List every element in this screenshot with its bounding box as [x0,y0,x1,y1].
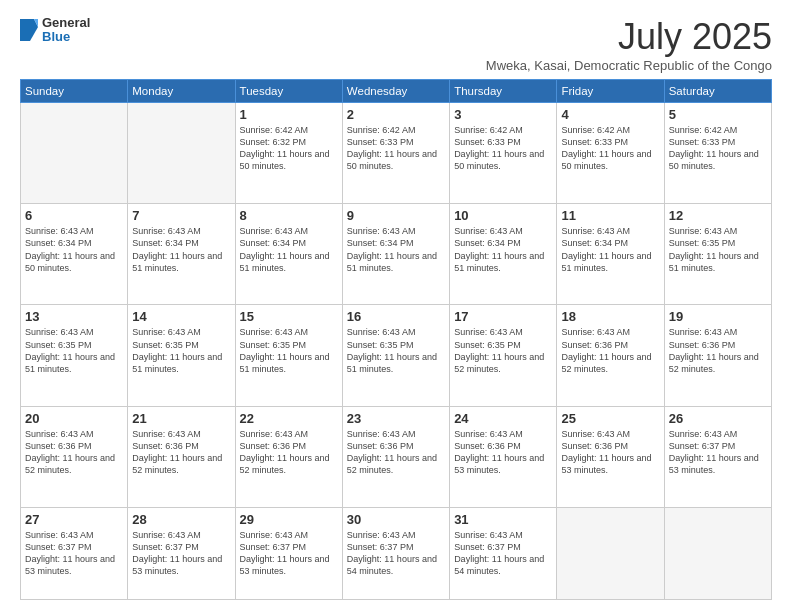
calendar-cell: 12Sunrise: 6:43 AMSunset: 6:35 PMDayligh… [664,204,771,305]
cell-details: Sunrise: 6:43 AMSunset: 6:34 PMDaylight:… [240,225,338,274]
calendar-cell [664,507,771,599]
calendar-cell: 9Sunrise: 6:43 AMSunset: 6:34 PMDaylight… [342,204,449,305]
cell-details: Sunrise: 6:42 AMSunset: 6:33 PMDaylight:… [561,124,659,173]
title-block: July 2025 Mweka, Kasai, Democratic Repub… [486,16,772,73]
cell-details: Sunrise: 6:43 AMSunset: 6:37 PMDaylight:… [347,529,445,578]
header: General Blue July 2025 Mweka, Kasai, Dem… [20,16,772,73]
day-number: 29 [240,512,338,527]
cell-details: Sunrise: 6:43 AMSunset: 6:37 PMDaylight:… [669,428,767,477]
calendar-cell: 11Sunrise: 6:43 AMSunset: 6:34 PMDayligh… [557,204,664,305]
day-number: 16 [347,309,445,324]
logo-text: General Blue [42,16,90,45]
calendar-cell: 19Sunrise: 6:43 AMSunset: 6:36 PMDayligh… [664,305,771,406]
day-number: 2 [347,107,445,122]
day-number: 12 [669,208,767,223]
day-number: 17 [454,309,552,324]
svg-marker-0 [20,19,38,41]
logo-general-text: General [42,16,90,30]
cell-details: Sunrise: 6:43 AMSunset: 6:36 PMDaylight:… [561,428,659,477]
day-number: 21 [132,411,230,426]
day-number: 30 [347,512,445,527]
day-number: 28 [132,512,230,527]
cell-details: Sunrise: 6:43 AMSunset: 6:34 PMDaylight:… [454,225,552,274]
calendar-cell: 4Sunrise: 6:42 AMSunset: 6:33 PMDaylight… [557,103,664,204]
weekday-header-wednesday: Wednesday [342,80,449,103]
day-number: 26 [669,411,767,426]
cell-details: Sunrise: 6:42 AMSunset: 6:33 PMDaylight:… [347,124,445,173]
weekday-header-thursday: Thursday [450,80,557,103]
day-number: 11 [561,208,659,223]
calendar-cell: 10Sunrise: 6:43 AMSunset: 6:34 PMDayligh… [450,204,557,305]
cell-details: Sunrise: 6:43 AMSunset: 6:35 PMDaylight:… [347,326,445,375]
calendar-cell: 5Sunrise: 6:42 AMSunset: 6:33 PMDaylight… [664,103,771,204]
cell-details: Sunrise: 6:43 AMSunset: 6:36 PMDaylight:… [25,428,123,477]
calendar-cell: 31Sunrise: 6:43 AMSunset: 6:37 PMDayligh… [450,507,557,599]
day-number: 15 [240,309,338,324]
weekday-header-friday: Friday [557,80,664,103]
weekday-header-tuesday: Tuesday [235,80,342,103]
page: General Blue July 2025 Mweka, Kasai, Dem… [0,0,792,612]
calendar-cell: 3Sunrise: 6:42 AMSunset: 6:33 PMDaylight… [450,103,557,204]
cell-details: Sunrise: 6:43 AMSunset: 6:34 PMDaylight:… [25,225,123,274]
day-number: 13 [25,309,123,324]
calendar-cell: 30Sunrise: 6:43 AMSunset: 6:37 PMDayligh… [342,507,449,599]
cell-details: Sunrise: 6:43 AMSunset: 6:36 PMDaylight:… [561,326,659,375]
cell-details: Sunrise: 6:43 AMSunset: 6:35 PMDaylight:… [669,225,767,274]
cell-details: Sunrise: 6:43 AMSunset: 6:36 PMDaylight:… [132,428,230,477]
day-number: 22 [240,411,338,426]
calendar-table: SundayMondayTuesdayWednesdayThursdayFrid… [20,79,772,600]
day-number: 6 [25,208,123,223]
calendar-cell: 23Sunrise: 6:43 AMSunset: 6:36 PMDayligh… [342,406,449,507]
calendar-cell: 28Sunrise: 6:43 AMSunset: 6:37 PMDayligh… [128,507,235,599]
calendar-cell: 2Sunrise: 6:42 AMSunset: 6:33 PMDaylight… [342,103,449,204]
calendar-cell: 16Sunrise: 6:43 AMSunset: 6:35 PMDayligh… [342,305,449,406]
weekday-header-saturday: Saturday [664,80,771,103]
calendar-cell: 26Sunrise: 6:43 AMSunset: 6:37 PMDayligh… [664,406,771,507]
calendar-cell: 25Sunrise: 6:43 AMSunset: 6:36 PMDayligh… [557,406,664,507]
calendar-cell [128,103,235,204]
day-number: 20 [25,411,123,426]
weekday-header-sunday: Sunday [21,80,128,103]
calendar-cell: 14Sunrise: 6:43 AMSunset: 6:35 PMDayligh… [128,305,235,406]
day-number: 14 [132,309,230,324]
day-number: 9 [347,208,445,223]
cell-details: Sunrise: 6:43 AMSunset: 6:34 PMDaylight:… [132,225,230,274]
calendar-cell: 15Sunrise: 6:43 AMSunset: 6:35 PMDayligh… [235,305,342,406]
cell-details: Sunrise: 6:42 AMSunset: 6:32 PMDaylight:… [240,124,338,173]
week-row-3: 20Sunrise: 6:43 AMSunset: 6:36 PMDayligh… [21,406,772,507]
calendar-cell: 8Sunrise: 6:43 AMSunset: 6:34 PMDaylight… [235,204,342,305]
calendar-cell: 13Sunrise: 6:43 AMSunset: 6:35 PMDayligh… [21,305,128,406]
cell-details: Sunrise: 6:43 AMSunset: 6:37 PMDaylight:… [240,529,338,578]
cell-details: Sunrise: 6:42 AMSunset: 6:33 PMDaylight:… [669,124,767,173]
calendar-cell: 7Sunrise: 6:43 AMSunset: 6:34 PMDaylight… [128,204,235,305]
cell-details: Sunrise: 6:43 AMSunset: 6:35 PMDaylight:… [454,326,552,375]
cell-details: Sunrise: 6:43 AMSunset: 6:37 PMDaylight:… [132,529,230,578]
cell-details: Sunrise: 6:43 AMSunset: 6:35 PMDaylight:… [240,326,338,375]
cell-details: Sunrise: 6:43 AMSunset: 6:34 PMDaylight:… [347,225,445,274]
day-number: 5 [669,107,767,122]
day-number: 25 [561,411,659,426]
cell-details: Sunrise: 6:43 AMSunset: 6:36 PMDaylight:… [669,326,767,375]
weekday-header-row: SundayMondayTuesdayWednesdayThursdayFrid… [21,80,772,103]
calendar-cell: 24Sunrise: 6:43 AMSunset: 6:36 PMDayligh… [450,406,557,507]
calendar-cell: 29Sunrise: 6:43 AMSunset: 6:37 PMDayligh… [235,507,342,599]
cell-details: Sunrise: 6:43 AMSunset: 6:36 PMDaylight:… [454,428,552,477]
cell-details: Sunrise: 6:43 AMSunset: 6:35 PMDaylight:… [132,326,230,375]
calendar-cell: 17Sunrise: 6:43 AMSunset: 6:35 PMDayligh… [450,305,557,406]
weekday-header-monday: Monday [128,80,235,103]
cell-details: Sunrise: 6:42 AMSunset: 6:33 PMDaylight:… [454,124,552,173]
day-number: 8 [240,208,338,223]
cell-details: Sunrise: 6:43 AMSunset: 6:37 PMDaylight:… [454,529,552,578]
day-number: 3 [454,107,552,122]
day-number: 7 [132,208,230,223]
logo-icon [20,19,38,41]
day-number: 31 [454,512,552,527]
day-number: 24 [454,411,552,426]
calendar-cell: 22Sunrise: 6:43 AMSunset: 6:36 PMDayligh… [235,406,342,507]
calendar-cell: 27Sunrise: 6:43 AMSunset: 6:37 PMDayligh… [21,507,128,599]
logo: General Blue [20,16,90,45]
calendar-cell [21,103,128,204]
day-number: 4 [561,107,659,122]
cell-details: Sunrise: 6:43 AMSunset: 6:37 PMDaylight:… [25,529,123,578]
month-year: July 2025 [486,16,772,58]
